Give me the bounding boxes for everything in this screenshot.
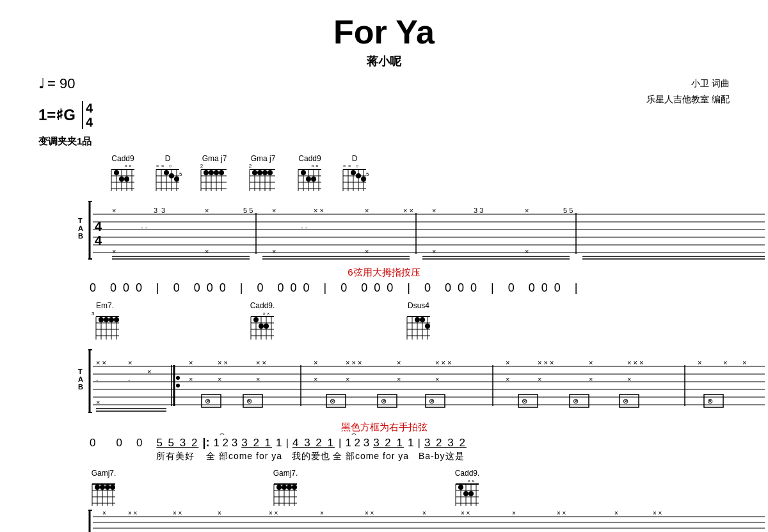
tempo-note-icon: ♩ bbox=[38, 75, 45, 92]
svg-text:×: × bbox=[112, 207, 116, 214]
underline-group: 5 5 3 2 bbox=[156, 437, 198, 450]
note-group: 000 bbox=[278, 281, 311, 295]
svg-text:× × ×: × × × bbox=[627, 359, 643, 366]
chord-row-1: Cadd9 × × bbox=[109, 154, 730, 192]
chord-gamj7-2: Gamj7. bbox=[271, 469, 300, 506]
svg-text:×  ×: × × bbox=[124, 163, 132, 169]
svg-point-39 bbox=[204, 170, 209, 175]
svg-text:⊗: ⊗ bbox=[429, 397, 435, 405]
svg-text:5: 5 bbox=[179, 171, 182, 177]
chord-name: Cadd9 bbox=[298, 154, 321, 163]
svg-text:×: × bbox=[614, 510, 618, 517]
svg-text:× ×: × × bbox=[403, 207, 413, 214]
chord-em7: Em7. 3 bbox=[90, 301, 120, 341]
bar-repeat: |: bbox=[202, 436, 209, 450]
note: 1 bbox=[276, 437, 282, 450]
note: 1 bbox=[408, 437, 413, 450]
svg-text:×: × bbox=[96, 398, 100, 406]
svg-text:×: × bbox=[272, 207, 276, 214]
chord-name: Cadd9 bbox=[111, 154, 134, 163]
svg-point-170 bbox=[425, 324, 430, 329]
bar-line: | bbox=[491, 281, 495, 295]
lyric bbox=[197, 451, 204, 462]
svg-text:× × ×: × × × bbox=[435, 359, 451, 366]
svg-text:T: T bbox=[78, 217, 83, 224]
chord-name: Em7. bbox=[96, 301, 114, 310]
chord-d-1: D × × ○ 5 bbox=[154, 154, 182, 192]
notes-group4: 3 2 1 bbox=[373, 437, 404, 450]
notes-group2: 3 2 1 bbox=[241, 437, 272, 450]
svg-point-265 bbox=[287, 485, 292, 490]
chord-diagram-svg: × × bbox=[248, 310, 276, 341]
time-lower: 4 bbox=[86, 115, 93, 129]
tab-staff-2: T A B × × × × - - × × × × × × bbox=[77, 343, 768, 420]
chord-diagram-svg bbox=[271, 478, 300, 506]
note-group: 000 bbox=[194, 281, 227, 295]
chord-name: D bbox=[352, 154, 358, 163]
svg-point-142 bbox=[99, 317, 104, 322]
chord-diagram-svg: 3 bbox=[90, 310, 120, 341]
lyric: 所有美好 bbox=[156, 451, 195, 462]
time-upper: 4 bbox=[86, 101, 93, 115]
svg-point-12 bbox=[124, 176, 129, 182]
time-sig: 4 4 bbox=[82, 101, 93, 129]
svg-point-253 bbox=[110, 485, 115, 490]
svg-text:×: × bbox=[102, 510, 106, 517]
chord-name: Gma j7 bbox=[202, 154, 227, 163]
chord-name: Cadd9. bbox=[455, 469, 480, 478]
note-group: 000 bbox=[110, 281, 143, 295]
svg-point-54 bbox=[257, 170, 262, 175]
notation-line-2: 0 0 0 5 5 3 2 |: ⌢ 1 2 3 3 2 1 1 | 4 3 2… bbox=[90, 436, 730, 450]
section-2: Em7. 3 bbox=[38, 301, 730, 462]
svg-text:×: × bbox=[627, 375, 631, 383]
svg-text:B: B bbox=[78, 383, 83, 391]
svg-text:×: × bbox=[435, 375, 439, 383]
note: 0 bbox=[90, 437, 95, 450]
svg-text:× × ×: × × × bbox=[346, 359, 362, 366]
svg-text:×: × bbox=[189, 375, 193, 383]
svg-text:⊗: ⊗ bbox=[522, 397, 527, 405]
bar-line: | bbox=[240, 281, 244, 295]
meta-row: ♩ = 90 1=♯G 4 4 变调夹夹1品 小卫 词曲 乐星人吉他教室 编配 bbox=[38, 75, 730, 148]
svg-text:×: × bbox=[397, 359, 401, 366]
svg-text:○: ○ bbox=[169, 163, 172, 169]
chord-diagram-svg: × × bbox=[296, 163, 324, 192]
svg-text:×: × bbox=[397, 375, 401, 383]
annotation-2: 黑色方框为右手拍弦 bbox=[38, 421, 730, 434]
chord-name: Gamj7. bbox=[92, 469, 116, 478]
chord-diagram-svg: × × bbox=[453, 478, 481, 506]
note: 0 bbox=[90, 281, 97, 295]
svg-point-10 bbox=[114, 170, 119, 175]
capo-text: 变调夹夹1品 bbox=[38, 136, 93, 148]
svg-text:×: × bbox=[525, 247, 529, 255]
bar-line: | bbox=[407, 281, 412, 295]
svg-text:×: × bbox=[218, 510, 221, 517]
svg-point-192 bbox=[176, 384, 180, 387]
svg-text:×: × bbox=[698, 359, 701, 366]
svg-text:× ×: × × bbox=[314, 207, 324, 214]
svg-point-53 bbox=[252, 170, 257, 175]
svg-text:×: × bbox=[320, 510, 324, 517]
key-text: 1=♯G bbox=[38, 106, 76, 124]
svg-point-83 bbox=[356, 173, 361, 178]
svg-text:3: 3 bbox=[92, 311, 95, 317]
credits-line2: 乐星人吉他教室 编配 bbox=[646, 91, 730, 107]
svg-text:-: - bbox=[128, 375, 131, 383]
bar-line: | bbox=[324, 281, 328, 295]
svg-text:-: - bbox=[96, 375, 99, 383]
svg-point-56 bbox=[268, 170, 273, 175]
svg-point-168 bbox=[415, 317, 420, 322]
notation-line-1: 0 000 | 0 000 | 0 000 | 0 000 | 0 000 bbox=[90, 281, 730, 295]
lyrics-line-2: 所有美好 全 部come for ya 我的爱也 全 部come for ya … bbox=[90, 451, 730, 462]
svg-text:3 3: 3 3 bbox=[474, 207, 483, 214]
svg-point-143 bbox=[104, 317, 109, 322]
svg-text:⊗: ⊗ bbox=[381, 397, 387, 405]
svg-text:×: × bbox=[346, 375, 349, 383]
svg-text:× ×: × × bbox=[365, 510, 374, 517]
chord-row-2: Em7. 3 bbox=[90, 301, 730, 341]
svg-text:4: 4 bbox=[95, 233, 102, 247]
svg-point-26 bbox=[169, 173, 174, 178]
chord-diagram-svg bbox=[90, 478, 118, 506]
svg-point-82 bbox=[351, 170, 356, 175]
svg-text:×: × bbox=[314, 375, 317, 383]
